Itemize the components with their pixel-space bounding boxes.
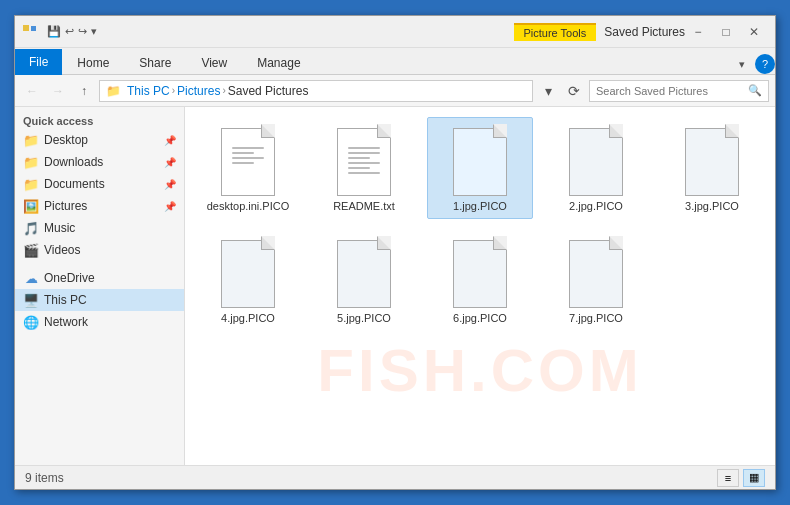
- sidebar-item-network[interactable]: 🌐 Network: [15, 311, 184, 333]
- dropdown-button[interactable]: ▾: [537, 80, 559, 102]
- file-item-5jpg[interactable]: 5.jpg.PICO: [311, 229, 417, 331]
- file-label-4jpg: 4.jpg.PICO: [221, 312, 275, 324]
- ribbon-tabs: File Home Share View Manage ▾ ?: [15, 48, 775, 74]
- large-icons-view-button[interactable]: ▦: [743, 469, 765, 487]
- file-item-3jpg[interactable]: 3.jpg.PICO: [659, 117, 765, 219]
- quick-access-header: Quick access: [15, 111, 184, 129]
- file-area: FISH.COM: [185, 107, 775, 465]
- app-icon: [23, 25, 41, 39]
- file-item-readme[interactable]: README.txt: [311, 117, 417, 219]
- onedrive-icon: ☁: [23, 270, 39, 286]
- pin-icon-dl: 📌: [164, 157, 176, 168]
- search-icon[interactable]: 🔍: [748, 84, 762, 97]
- watermark: FISH.COM: [185, 336, 775, 405]
- downloads-icon: 📁: [23, 154, 39, 170]
- file-icon-desktop-ini: [218, 124, 278, 196]
- forward-button[interactable]: →: [47, 80, 69, 102]
- close-button[interactable]: ✕: [741, 23, 767, 41]
- sidebar-item-videos[interactable]: 🎬 Videos: [15, 239, 184, 261]
- nav-bar: ← → ↑ 📁 This PC › Pictures › Saved Pictu…: [15, 75, 775, 107]
- search-input[interactable]: [596, 85, 748, 97]
- file-item-6jpg[interactable]: 6.jpg.PICO: [427, 229, 533, 331]
- sidebar-item-onedrive[interactable]: ☁ OneDrive: [15, 267, 184, 289]
- maximize-button[interactable]: □: [713, 23, 739, 41]
- sidebar-item-desktop[interactable]: 📁 Desktop 📌: [15, 129, 184, 151]
- file-icon-7jpg: [566, 236, 626, 308]
- details-view-button[interactable]: ≡: [717, 469, 739, 487]
- documents-icon: 📁: [23, 176, 39, 192]
- qs-undo-icon[interactable]: ↩: [65, 25, 74, 38]
- title-bar-left: 💾 ↩ ↪ ▾: [23, 25, 514, 39]
- network-icon: 🌐: [23, 314, 39, 330]
- tab-view[interactable]: View: [186, 51, 242, 74]
- sidebar: Quick access 📁 Desktop 📌 📁 Downloads 📌 📁…: [15, 107, 185, 465]
- file-icon-5jpg: [334, 236, 394, 308]
- documents-label: Documents: [44, 177, 105, 191]
- file-label-readme: README.txt: [333, 200, 395, 212]
- videos-icon: 🎬: [23, 242, 39, 258]
- music-icon: 🎵: [23, 220, 39, 236]
- qs-redo-icon[interactable]: ↪: [78, 25, 87, 38]
- picture-tools-label: Picture Tools: [524, 27, 587, 39]
- sidebar-item-pictures[interactable]: 🖼️ Pictures 📌: [15, 195, 184, 217]
- thispc-label: This PC: [44, 293, 87, 307]
- bc-folder-icon: 📁: [106, 84, 121, 98]
- sidebar-item-downloads[interactable]: 📁 Downloads 📌: [15, 151, 184, 173]
- tab-manage[interactable]: Manage: [242, 51, 315, 74]
- window-controls: − □ ✕: [685, 23, 767, 41]
- up-button[interactable]: ↑: [73, 80, 95, 102]
- bc-thispc[interactable]: This PC: [127, 84, 170, 98]
- sidebar-item-documents[interactable]: 📁 Documents 📌: [15, 173, 184, 195]
- tab-home[interactable]: Home: [62, 51, 124, 74]
- file-icon-4jpg: [218, 236, 278, 308]
- expand-icon[interactable]: ▾: [739, 58, 745, 71]
- file-label-1jpg: 1.jpg.PICO: [453, 200, 507, 212]
- bc-pictures[interactable]: Pictures: [177, 84, 220, 98]
- qs-dropdown-icon[interactable]: ▾: [91, 25, 97, 38]
- file-icon-1jpg: [450, 124, 510, 196]
- sidebar-item-music[interactable]: 🎵 Music: [15, 217, 184, 239]
- back-button[interactable]: ←: [21, 80, 43, 102]
- file-label-7jpg: 7.jpg.PICO: [569, 312, 623, 324]
- file-item-4jpg[interactable]: 4.jpg.PICO: [195, 229, 301, 331]
- bc-arrow2: ›: [222, 85, 225, 96]
- bc-saved-pictures: Saved Pictures: [228, 84, 309, 98]
- file-label-5jpg: 5.jpg.PICO: [337, 312, 391, 324]
- ribbon: File Home Share View Manage ▾ ?: [15, 48, 775, 75]
- file-label-desktop-ini: desktop.ini.PICO: [207, 200, 290, 212]
- file-label-6jpg: 6.jpg.PICO: [453, 312, 507, 324]
- bc-arrow1: ›: [172, 85, 175, 96]
- help-button[interactable]: ?: [755, 54, 775, 74]
- desktop-label: Desktop: [44, 133, 88, 147]
- item-count: 9 items: [25, 471, 64, 485]
- breadcrumb: 📁 This PC › Pictures › Saved Pictures: [99, 80, 533, 102]
- file-label-2jpg: 2.jpg.PICO: [569, 200, 623, 212]
- file-item-desktop-ini[interactable]: desktop.ini.PICO: [195, 117, 301, 219]
- refresh-button[interactable]: ⟳: [563, 80, 585, 102]
- sidebar-item-thispc[interactable]: 🖥️ This PC: [15, 289, 184, 311]
- title-bar: 💾 ↩ ↪ ▾ Picture Tools Saved Pictures − □…: [15, 16, 775, 48]
- qs-save-icon[interactable]: 💾: [47, 25, 61, 38]
- tab-share[interactable]: Share: [124, 51, 186, 74]
- pin-icon-pic: 📌: [164, 201, 176, 212]
- file-item-7jpg[interactable]: 7.jpg.PICO: [543, 229, 649, 331]
- picture-tools-tab[interactable]: Picture Tools: [514, 23, 597, 41]
- file-icon-2jpg: [566, 124, 626, 196]
- desktop-icon: 📁: [23, 132, 39, 148]
- window-title: Saved Pictures: [604, 25, 685, 39]
- thispc-icon: 🖥️: [23, 292, 39, 308]
- videos-label: Videos: [44, 243, 80, 257]
- file-item-1jpg[interactable]: 1.jpg.PICO: [427, 117, 533, 219]
- onedrive-label: OneDrive: [44, 271, 95, 285]
- file-grid: desktop.ini.PICO: [195, 117, 765, 331]
- explorer-window: 💾 ↩ ↪ ▾ Picture Tools Saved Pictures − □…: [14, 15, 776, 490]
- pictures-icon: 🖼️: [23, 198, 39, 214]
- quick-access-toolbar: 💾 ↩ ↪ ▾: [47, 25, 97, 38]
- music-label: Music: [44, 221, 75, 235]
- file-icon-3jpg: [682, 124, 742, 196]
- pin-icon: 📌: [164, 135, 176, 146]
- file-item-2jpg[interactable]: 2.jpg.PICO: [543, 117, 649, 219]
- tab-file[interactable]: File: [15, 49, 62, 75]
- file-icon-6jpg: [450, 236, 510, 308]
- minimize-button[interactable]: −: [685, 23, 711, 41]
